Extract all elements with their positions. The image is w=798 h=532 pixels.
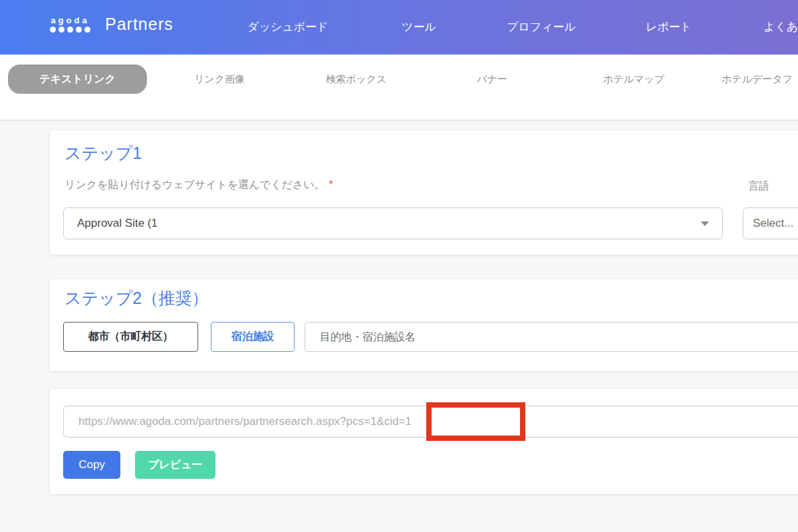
tab-link-image[interactable]: リンク画像: [194, 73, 245, 86]
cid-highlight-box: [426, 402, 525, 441]
nav-item-reports[interactable]: レポート: [646, 19, 692, 35]
step2-card: ステップ2（推奨） 都市（市町村区） 宿泊施設: [50, 279, 798, 371]
tab-search-box[interactable]: 検索ボックス: [326, 73, 386, 86]
nav-item-dashboard[interactable]: ダッシュボード: [247, 19, 328, 35]
link-url-card: Copy プレビュー: [50, 389, 798, 494]
step2-title: ステップ2（推奨）: [65, 287, 208, 309]
tab-hotel-map[interactable]: ホテルマップ: [603, 73, 664, 86]
top-nav: agoda Partners ダッシュボード ツール プロフィール レポート よ…: [0, 0, 798, 55]
tab-hotel-data[interactable]: ホテルデータフ: [722, 73, 793, 86]
language-select-value: Select...: [753, 217, 793, 230]
nav-item-tools[interactable]: ツール: [402, 19, 436, 35]
tool-tabs: テキストリンク リンク画像 検索ボックス バナー ホテルマップ ホテルデータフ: [0, 55, 798, 120]
property-toggle-button[interactable]: 宿泊施設: [211, 322, 295, 352]
step1-title: ステップ1: [65, 142, 142, 164]
partners-logo-text: Partners: [105, 15, 173, 34]
step1-card: ステップ1 リンクを貼り付けるウェブサイトを選んでください。* Approval…: [50, 130, 798, 255]
required-asterisk: *: [329, 179, 333, 190]
step1-field-label: リンクを貼り付けるウェブサイトを選んでください。*: [65, 178, 333, 192]
chevron-down-icon: [701, 221, 709, 226]
website-select-value: Approval Site (1: [77, 217, 158, 230]
tab-banner[interactable]: バナー: [477, 73, 507, 86]
tab-text-link[interactable]: テキストリンク: [8, 65, 147, 94]
nav-item-profile[interactable]: プロフィール: [507, 19, 576, 35]
website-select[interactable]: Approval Site (1: [63, 207, 723, 239]
step1-field-label-text: リンクを貼り付けるウェブサイトを選んでください。: [65, 179, 325, 190]
nav-item-faq[interactable]: よくあ: [763, 19, 798, 35]
destination-search-input[interactable]: [305, 322, 798, 352]
language-select[interactable]: Select...: [743, 207, 798, 239]
preview-button[interactable]: プレビュー: [135, 451, 215, 479]
agoda-partners-logo[interactable]: agoda Partners: [50, 15, 173, 34]
agoda-logo-word: agoda: [51, 16, 89, 25]
copy-button[interactable]: Copy: [63, 451, 120, 479]
agoda-logo-dots: [50, 27, 90, 33]
language-label: 言語: [748, 180, 769, 194]
city-toggle-button[interactable]: 都市（市町村区）: [63, 322, 198, 352]
agoda-logo-icon: agoda: [50, 16, 90, 33]
